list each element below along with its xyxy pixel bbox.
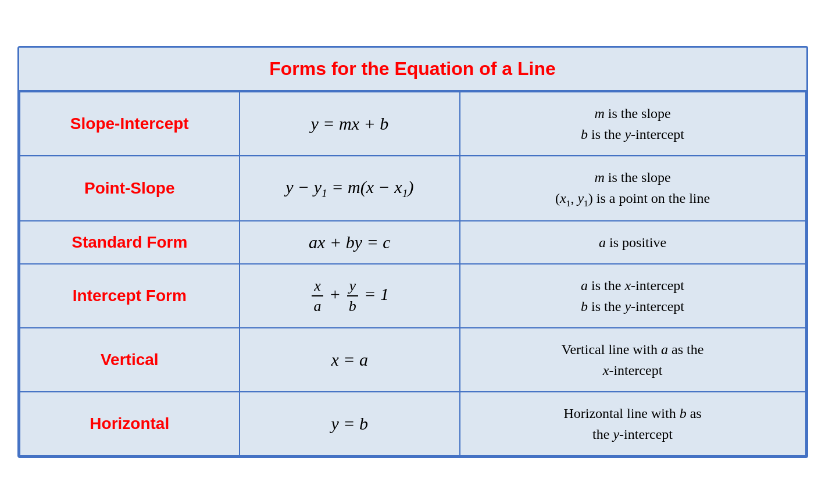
desc-b2: b [581, 299, 588, 314]
description-vertical: Vertical line with a as thex-intercept [460, 328, 806, 392]
table-title: Forms for the Equation of a Line [19, 48, 806, 91]
formula-text: y = mx + b [310, 114, 388, 133]
main-table-wrapper: Forms for the Equation of a Line Slope-I… [17, 46, 808, 458]
description-slope-intercept: m is the slope b is the y-intercept [460, 92, 806, 156]
formula-point-slope: y − y1 = m(x − x1) [240, 156, 460, 221]
formula-horizontal: y = b [240, 392, 460, 456]
equations-table: Slope-Intercept y = mx + b m is the slop… [19, 91, 806, 456]
formula-text: y − y1 = m(x − x1) [285, 177, 413, 196]
desc-a2: a [581, 278, 588, 293]
formula-slope-intercept: y = mx + b [240, 92, 460, 156]
desc-m2: m [594, 170, 604, 185]
form-name-standard: Standard Form [20, 221, 240, 264]
table-row: Horizontal y = b Horizontal line with b … [20, 392, 806, 456]
desc-a: a [599, 235, 606, 250]
description-horizontal: Horizontal line with b asthe y-intercept [460, 392, 806, 456]
table-row: Standard Form ax + by = c a is positive [20, 221, 806, 264]
fraction-y-b: y b [347, 277, 359, 315]
formula-intercept: x a + y b = 1 [240, 264, 460, 328]
fraction-x-a: x a [312, 277, 324, 315]
form-name-slope-intercept: Slope-Intercept [20, 92, 240, 156]
form-name-point-slope: Point-Slope [20, 156, 240, 221]
form-name-vertical: Vertical [20, 328, 240, 392]
table-row: Slope-Intercept y = mx + b m is the slop… [20, 92, 806, 156]
table-row: Intercept Form x a + y b = 1 a is the x-… [20, 264, 806, 328]
form-name-horizontal: Horizontal [20, 392, 240, 456]
description-standard: a is positive [460, 221, 806, 264]
description-intercept: a is the x-intercept b is the y-intercep… [460, 264, 806, 328]
desc-m: m [594, 106, 604, 121]
formula-text: x = a [331, 350, 369, 369]
form-name-intercept: Intercept Form [20, 264, 240, 328]
table-row: Vertical x = a Vertical line with a as t… [20, 328, 806, 392]
desc-b: b [581, 127, 588, 142]
description-point-slope: m is the slope (x1, y1) is a point on th… [460, 156, 806, 221]
formula-text: y = b [331, 414, 369, 433]
formula-standard: ax + by = c [240, 221, 460, 264]
formula-vertical: x = a [240, 328, 460, 392]
formula-text: x a + y b = 1 [310, 284, 390, 303]
table-row: Point-Slope y − y1 = m(x − x1) m is the … [20, 156, 806, 221]
formula-text: ax + by = c [309, 233, 390, 252]
